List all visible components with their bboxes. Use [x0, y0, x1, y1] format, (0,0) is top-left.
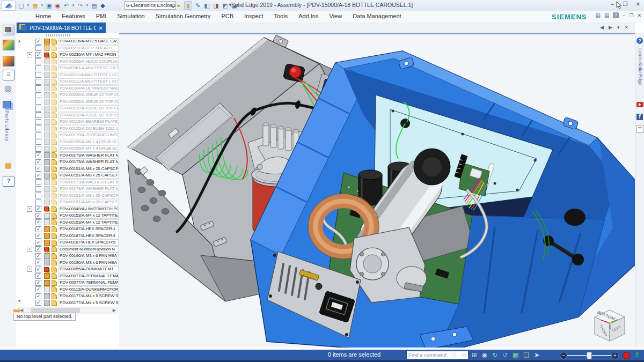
visibility-checkbox[interactable]: ✓ [35, 52, 41, 58]
tree-row[interactable]: PDV-00173/A-WASHER FLAT M [16, 179, 119, 186]
part-label[interactable]: PDV-00190/A-M3 x 6 PAN HEA [58, 253, 119, 259]
tree-row[interactable]: ✓PDV-00112/A-DUNKERMOTOR [16, 286, 119, 293]
tree-row[interactable]: PDV-00151/A-M8 x 25 CAPSCF [16, 199, 119, 206]
zoom-icon[interactable]: ⊕ [461, 351, 466, 359]
spin-about-icon[interactable]: ↺ [502, 351, 508, 359]
part-label[interactable]: PDV-00055/A-DUNKMOT MT [58, 266, 119, 272]
close-button[interactable]: ✕ [634, 1, 642, 7]
tree-row[interactable]: ✓PDV-00177/A-M4 x 5 SCREW S [16, 293, 119, 300]
part-label[interactable]: PDV-00077/A-TERMINAL FEMA [58, 273, 119, 279]
visibility-checkbox[interactable]: ✓ [35, 267, 41, 272]
visibility-checkbox[interactable]: ✓ [35, 233, 41, 239]
redo-icon[interactable]: ↷ [77, 2, 84, 9]
tree-row[interactable]: PDV-00232/A-ISSUE 02 TOP CF [16, 92, 119, 99]
part-label[interactable]: PDV-00112/A-DUNKERMOTOR [58, 286, 119, 293]
ribbon-tab-simulation[interactable]: Simulation [112, 11, 150, 23]
visibility-checkbox[interactable] [35, 125, 41, 131]
ribbon-tab-simulation-geometry[interactable]: Simulation Geometry [150, 11, 216, 23]
tree-row[interactable]: ✓PDV-00077/A-TERMINAL FEMA [16, 273, 119, 280]
part-label[interactable]: PDV-00173/A-WASHER FLAT M [58, 159, 119, 165]
visibility-checkbox[interactable]: ✓ [35, 219, 41, 225]
tree-row[interactable]: ✓PDV-00177/A-M4 x 5 SCREW S [16, 300, 119, 306]
part-label[interactable]: PDV-00049/A-LIMITSWITCH PC [58, 206, 119, 212]
part-label[interactable]: PDV-00104/A-ULTRATEST BASE [58, 85, 119, 92]
tree-row[interactable]: PDV-00111/A-MULTITEST 1 CC [16, 72, 119, 79]
display-config-2-icon[interactable]: ◨ [213, 2, 219, 9]
part-label[interactable]: PDV-00187/A-HEX SPACER:1 [58, 226, 119, 232]
redo-dropdown-caret[interactable]: ▾ [85, 2, 89, 9]
select-tool-icon[interactable]: ➤ [534, 351, 539, 359]
new-dropdown-caret[interactable]: ▾ [26, 2, 30, 9]
visibility-checkbox[interactable] [35, 146, 41, 152]
part-label[interactable]: Document Number/Revision N [58, 246, 119, 253]
paint-part-icon[interactable]: ✎ [194, 2, 201, 9]
minimize-button[interactable]: – [609, 1, 616, 7]
restore-button[interactable]: ❐ [621, 1, 629, 7]
part-label[interactable]: PDV-00155/A-M4 x 4 GRUB SC [58, 139, 119, 145]
next-tab-icon[interactable]: ▶ [609, 25, 612, 30]
part-label[interactable]: PDV-00151/A-M8 x 25 CAPSCF [58, 199, 119, 205]
tree-row[interactable]: ✓PDV-00187/A-HEX SPACER:4 [16, 233, 119, 240]
visibility-checkbox[interactable]: ✓ [35, 166, 41, 172]
visibility-checkbox[interactable] [35, 139, 41, 145]
tree-row[interactable]: ✓PDV-00190/A-M3 x 6 PAN HEA [16, 253, 119, 260]
visibility-checkbox[interactable] [35, 72, 41, 78]
more-commands-caret[interactable]: ▼ [228, 3, 232, 8]
visibility-checkbox[interactable] [35, 186, 41, 192]
visibility-checkbox[interactable]: ✓ [35, 300, 41, 306]
tree-row[interactable]: PDV-00151/A-M8 x 25 CAPSCF [16, 193, 119, 200]
arrange-windows-icon[interactable]: ▤ [595, 12, 600, 18]
tree-row[interactable]: PDV-00232/A-ISSUE 02 TOP CF [16, 105, 119, 112]
ribbon-tab-pcb[interactable]: PCB [216, 11, 239, 23]
visibility-checkbox[interactable] [35, 99, 41, 105]
visibility-checkbox[interactable]: ✓ [35, 273, 41, 279]
visibility-checkbox[interactable] [35, 106, 41, 112]
tree-row[interactable]: ✓PDV-00151/A-M8 x 25 CAPSCF [16, 172, 119, 179]
visibility-checkbox[interactable]: ✓ [35, 213, 41, 219]
visibility-checkbox[interactable]: ✓ [35, 280, 41, 286]
tree-row[interactable]: PDV-00115/A-BEARING PLATE: [16, 119, 119, 125]
part-label[interactable]: PDV-00115/A-BEARING PLATE: [58, 119, 119, 125]
part-label[interactable]: PDV-00151/A-M8 x 25 CAPSCF [58, 166, 119, 172]
part-label[interactable]: PDV-00187/A-HEX SPACER:4 [58, 233, 119, 239]
part-label[interactable]: PDV-00206/A-HUCO COUPLIN [58, 58, 119, 65]
tree-row[interactable]: PDV-00232/A-ISSUE 02 TOP CF [16, 112, 119, 119]
ribbon-tab-pmi[interactable]: PMI [91, 11, 112, 23]
tree-row[interactable]: ✓PDV-00077/A-TERMINAL FEMA [16, 279, 119, 286]
tree-row[interactable]: PDV-00104/A-ULTRATEST BASE [16, 85, 119, 92]
visibility-checkbox[interactable] [35, 92, 41, 98]
help-circle-icon[interactable]: ? [636, 38, 643, 44]
save-icon[interactable]: ▣ [46, 2, 53, 9]
visibility-checkbox[interactable]: ✓ [35, 240, 41, 246]
simulate-motion-icon[interactable]: ◎ [3, 84, 13, 93]
graphics-viewport[interactable]: BOTTOM FRONT LEFT [119, 33, 635, 349]
fit-icon[interactable]: ⊞ [471, 351, 477, 359]
doc-minimize-button[interactable]: – [623, 13, 625, 18]
open-icon[interactable]: ▦ [32, 2, 39, 9]
tree-row[interactable]: ✓PDV-00153/A-M4 x 12 TAPTITE [16, 212, 119, 219]
tree-row[interactable]: ✓PDV-00173/A-WASHER FLAT M [16, 152, 119, 159]
create-report-icon[interactable]: ▦ [3, 161, 13, 171]
panel-splitter-grip[interactable] [46, 34, 70, 36]
doc-close-button[interactable]: ✕ [637, 13, 641, 18]
tree-row[interactable]: PDV-00179/A-THREADED INSE [16, 132, 119, 139]
cascade-windows-icon[interactable]: ▤ [604, 12, 609, 18]
rendering-icon[interactable] [3, 40, 14, 50]
new-document-icon[interactable]: ▢ [18, 2, 25, 9]
visibility-checkbox[interactable] [35, 65, 41, 71]
ribbon-tab-tools[interactable]: Tools [269, 11, 294, 23]
tree-row[interactable]: PDV-00232/A-ISSUE 02 TOP CF [16, 99, 119, 106]
visibility-checkbox[interactable] [35, 58, 41, 64]
scroll-left-icon[interactable]: ◀ [20, 308, 23, 313]
tree-row[interactable]: ✓PDV-00153/A-M4 x 12 TAPTITE [16, 219, 119, 226]
zoom-slider[interactable]: − + [560, 352, 619, 359]
part-label[interactable]: PDV-00116/A-MT2.5 BASE CAS [58, 38, 119, 45]
visibility-checkbox[interactable] [35, 119, 41, 125]
tree-row[interactable]: PDV-00125/A-DU BUSH 1212:1 [16, 125, 119, 132]
engineering-reference-icon[interactable]: ? [3, 176, 14, 187]
ribbon-tab-view[interactable]: View [324, 11, 348, 23]
visibility-checkbox[interactable] [35, 193, 41, 198]
part-label[interactable]: PDV-00232/A-ISSUE 02 TOP CF [58, 92, 119, 98]
visibility-checkbox[interactable]: ✓ [35, 253, 41, 259]
part-label[interactable]: PDV-00190/A-M3 x 6 PAN HEA [58, 260, 119, 266]
